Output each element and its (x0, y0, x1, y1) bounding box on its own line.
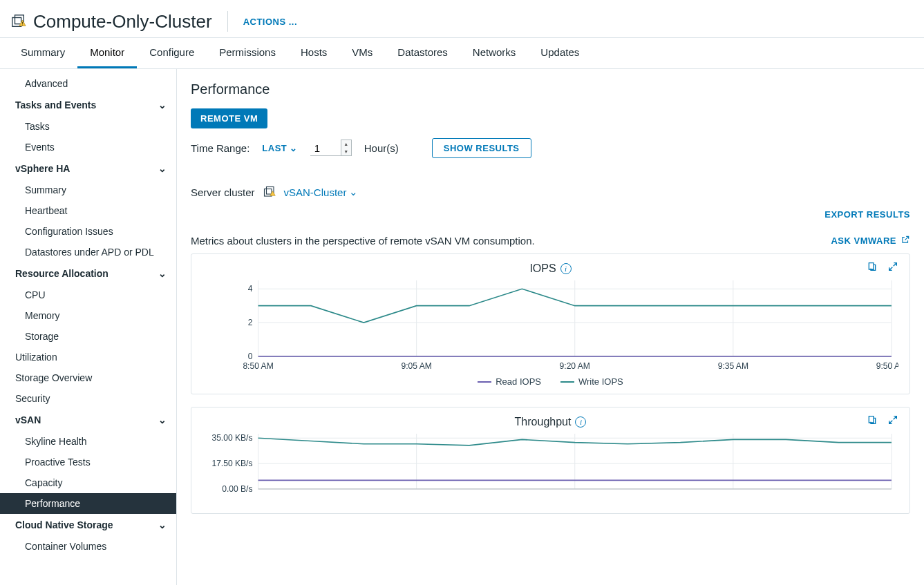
chevron-down-icon: ⌄ (290, 143, 298, 153)
sidebar: AdvancedTasks and Events⌄TasksEventsvSph… (0, 69, 177, 585)
sidebar-group-vsphere-ha[interactable]: vSphere HA⌄ (0, 157, 176, 180)
server-cluster-label: Server cluster (191, 186, 255, 198)
svg-text:4: 4 (248, 284, 253, 294)
divider (227, 11, 228, 32)
chevron-down-icon: ⌄ (158, 414, 167, 425)
chevron-down-icon: ⌄ (349, 186, 358, 198)
sidebar-item-summary[interactable]: Summary (0, 180, 176, 200)
time-range-mode-select[interactable]: LAST ⌄ (262, 143, 297, 153)
chevron-down-icon: ⌄ (158, 519, 167, 530)
tab-hosts[interactable]: Hosts (288, 38, 339, 68)
chart-legend: Read IOPSWrite IOPS (202, 376, 898, 387)
svg-rect-4 (22, 25, 23, 26)
tab-datastores[interactable]: Datastores (385, 38, 460, 68)
sidebar-item-skyline-health[interactable]: Skyline Health (0, 431, 176, 452)
page-header: Compute-Only-Cluster ACTIONS ... (0, 0, 924, 38)
svg-text:2: 2 (248, 318, 253, 327)
sidebar-item-tasks[interactable]: Tasks (0, 116, 176, 137)
info-icon[interactable]: i (560, 263, 572, 274)
sidebar-item-memory[interactable]: Memory (0, 305, 176, 326)
actions-menu[interactable]: ACTIONS ... (243, 17, 297, 27)
sidebar-item-utilization[interactable]: Utilization (0, 347, 176, 367)
sidebar-item-events[interactable]: Events (0, 137, 176, 157)
cluster-warning-icon (11, 14, 26, 29)
legend-item: Read IOPS (478, 376, 541, 387)
sidebar-item-storage[interactable]: Storage (0, 326, 176, 347)
metrics-description: Metrics about clusters in the perspectiv… (191, 235, 535, 247)
sidebar-group-tasks-and-events[interactable]: Tasks and Events⌄ (0, 94, 176, 116)
page-title: Compute-Only-Cluster (33, 11, 212, 32)
svg-text:9:05 AM: 9:05 AM (401, 361, 431, 371)
time-range-label: Time Range: (191, 142, 249, 154)
tab-permissions[interactable]: Permissions (207, 38, 288, 68)
ask-vmware-link[interactable]: ASK VMWARE (831, 235, 910, 247)
chart-throughput: Throughput i0.00 B/s17.50 KB/s35.00 KB/s (191, 407, 910, 514)
chart-svg: 0.00 B/s17.50 KB/s35.00 KB/s (202, 428, 898, 504)
sidebar-item-capacity[interactable]: Capacity (0, 472, 176, 493)
svg-rect-3 (22, 22, 23, 24)
sidebar-item-heartbeat[interactable]: Heartbeat (0, 200, 176, 221)
info-icon[interactable]: i (575, 416, 586, 428)
server-cluster-row: Server cluster vSAN-Cluster ⌄ (191, 186, 910, 198)
tab-vms[interactable]: VMs (339, 38, 385, 68)
sidebar-item-security[interactable]: Security (0, 388, 176, 409)
time-range-controls: Time Range: LAST ⌄ ▲▼ Hour(s) SHOW RESUL… (191, 138, 910, 158)
chevron-down-icon: ⌄ (158, 163, 167, 174)
content-title: Performance (191, 81, 910, 97)
svg-text:35.00 KB/s: 35.00 KB/s (211, 433, 252, 443)
svg-text:0: 0 (248, 352, 253, 361)
sidebar-group-vsan[interactable]: vSAN⌄ (0, 409, 176, 431)
hours-input-wrap: ▲▼ (310, 141, 352, 156)
svg-text:17.50 KB/s: 17.50 KB/s (211, 459, 252, 468)
svg-text:9:50 AM: 9:50 AM (876, 361, 898, 371)
svg-text:8:50 AM: 8:50 AM (243, 361, 273, 371)
export-results-link[interactable]: EXPORT RESULTS (824, 209, 910, 220)
chart-title: Throughput i (202, 416, 898, 428)
chart-title: IOPS i (202, 262, 898, 275)
sidebar-item-configuration-issues[interactable]: Configuration Issues (0, 221, 176, 242)
external-link-icon (901, 235, 910, 247)
svg-text:0.00 B/s: 0.00 B/s (222, 484, 252, 494)
hours-unit-label: Hour(s) (364, 142, 399, 154)
hours-spinner[interactable]: ▲▼ (341, 140, 352, 156)
sidebar-item-container-volumes[interactable]: Container Volumes (0, 536, 176, 557)
chevron-down-icon: ⌄ (158, 99, 167, 111)
spinner-down-icon[interactable]: ▼ (341, 148, 351, 155)
sidebar-group-cloud-native-storage[interactable]: Cloud Native Storage⌄ (0, 514, 176, 536)
chevron-down-icon: ⌄ (158, 268, 167, 279)
main-content: Performance REMOTE VM Time Range: LAST ⌄… (177, 69, 924, 585)
cluster-warning-icon (263, 186, 276, 198)
sidebar-item-storage-overview[interactable]: Storage Overview (0, 367, 176, 388)
svg-marker-7 (270, 191, 275, 196)
show-results-button[interactable]: SHOW RESULTS (432, 138, 531, 158)
svg-text:9:35 AM: 9:35 AM (718, 361, 748, 371)
tab-configure[interactable]: Configure (137, 38, 207, 68)
remote-vm-button[interactable]: REMOTE VM (191, 108, 267, 128)
chart-iops: IOPS i0248:50 AM9:05 AM9:20 AM9:35 AM9:5… (191, 253, 910, 394)
spinner-up-icon[interactable]: ▲ (341, 140, 351, 148)
tab-monitor[interactable]: Monitor (77, 38, 137, 68)
tab-updates[interactable]: Updates (528, 38, 592, 68)
sidebar-item-advanced[interactable]: Advanced (0, 73, 176, 94)
main-tabs: SummaryMonitorConfigurePermissionsHostsV… (0, 38, 924, 69)
tab-summary[interactable]: Summary (8, 38, 77, 68)
tab-networks[interactable]: Networks (460, 38, 529, 68)
legend-item: Write IOPS (560, 376, 623, 387)
chart-svg: 0248:50 AM9:05 AM9:20 AM9:35 AM9:50 AM (202, 275, 898, 372)
sidebar-item-cpu[interactable]: CPU (0, 285, 176, 305)
sidebar-item-datastores-under-apd-or-pdl[interactable]: Datastores under APD or PDL (0, 242, 176, 262)
sidebar-item-performance[interactable]: Performance (0, 493, 176, 514)
server-cluster-select[interactable]: vSAN-Cluster ⌄ (284, 186, 359, 198)
sidebar-group-resource-allocation[interactable]: Resource Allocation⌄ (0, 262, 176, 285)
sidebar-item-proactive-tests[interactable]: Proactive Tests (0, 452, 176, 472)
svg-text:9:20 AM: 9:20 AM (560, 361, 590, 371)
